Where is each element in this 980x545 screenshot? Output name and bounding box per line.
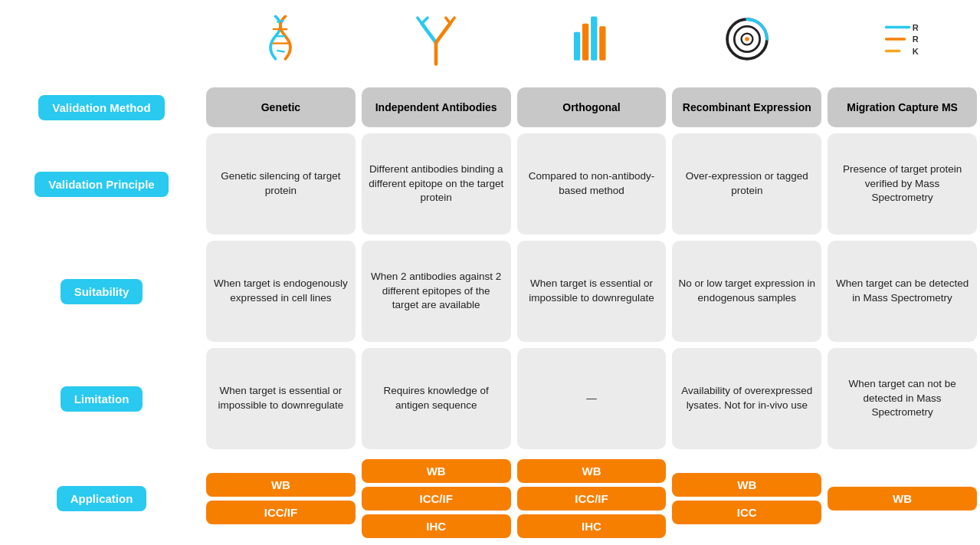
principle-cell-orthogonal: Compared to non-antibody-based method	[514, 130, 670, 238]
app-badge-independent-antibodies-iccif: ICC/IF	[362, 487, 511, 511]
limitation-cell-recombinant-expression: Availability of overexpressed lysates. N…	[669, 345, 824, 452]
principle-cell-migration-capture-ms: Presence of target protein verified by M…	[824, 130, 980, 238]
header-cells-row: GeneticIndependent AntibodiesOrthogonalR…	[203, 84, 980, 130]
app-badge-independent-antibodies-ihc: IHC	[362, 514, 511, 538]
bars-icon	[569, 11, 615, 67]
migration-icon: R R K	[880, 11, 926, 67]
svg-line-6	[422, 24, 437, 43]
target-icon	[722, 11, 772, 67]
suitability-row: When target is endogenously expressed in…	[203, 238, 980, 345]
label-limitation: Limitation	[0, 345, 203, 452]
app-badge-migration-capture-ms-wb: WB	[828, 487, 977, 511]
app-badge-recombinant-expression-wb: WB	[672, 473, 821, 497]
limitation-cell-genetic: When target is essential or impossible t…	[203, 345, 359, 452]
grid-body: GeneticIndependent AntibodiesOrthogonalR…	[203, 84, 980, 544]
header-cell-independent-antibodies: Independent Antibodies	[359, 84, 514, 130]
antibody-icon	[413, 11, 459, 67]
header-cell-migration-capture-ms: Migration Capture MS	[824, 84, 980, 130]
limitation-cell-migration-capture-ms: When target can not be detected in Mass …	[824, 345, 980, 452]
application-cell-genetic: WBICC/IF	[203, 452, 359, 544]
header-cell-genetic: Genetic	[203, 84, 359, 130]
main-container: Validation Method Validation Principle S…	[0, 0, 980, 545]
application-row: WBICC/IFWBICC/IFIHCWBICC/IFIHCWBICCWB	[203, 452, 980, 544]
genetic-icon-col	[203, 0, 359, 78]
application-cell-migration-capture-ms: WB	[824, 452, 980, 544]
suitability-cell-migration-capture-ms: When target can be detected in Mass Spec…	[824, 238, 980, 345]
app-badge-orthogonal-ihc: IHC	[517, 514, 667, 538]
principle-cell-independent-antibodies: Different antibodies binding a different…	[359, 130, 514, 238]
svg-point-19	[745, 37, 749, 41]
app-badge-recombinant-expression-icc: ICC	[672, 501, 821, 524]
principle-cell-recombinant-expression: Over-expression or tagged protein	[669, 130, 824, 238]
app-badge-orthogonal-wb: WB	[517, 459, 667, 483]
application-cell-recombinant-expression: WBICC	[669, 452, 824, 544]
label-validation-principle: Validation Principle	[0, 130, 203, 238]
bars-icon-col	[514, 0, 670, 78]
svg-text:R: R	[912, 34, 918, 44]
svg-rect-13	[582, 24, 588, 61]
svg-rect-12	[574, 32, 580, 61]
svg-rect-14	[591, 16, 597, 60]
labels-column: Validation Method Validation Principle S…	[0, 0, 203, 545]
app-badge-genetic-iccif: ICC/IF	[206, 501, 356, 524]
limitation-cell-orthogonal: —	[514, 345, 670, 452]
principle-row: Genetic silencing of target proteinDiffe…	[203, 130, 980, 238]
target-icon-col	[669, 0, 824, 78]
suitability-cell-orthogonal: When target is essential or impossible t…	[514, 238, 670, 345]
label-application: Application	[0, 452, 203, 544]
app-badge-independent-antibodies-wb: WB	[362, 459, 511, 483]
application-cell-orthogonal: WBICC/IFIHC	[514, 452, 670, 544]
label-suitability: Suitability	[0, 238, 203, 345]
principle-cell-genetic: Genetic silencing of target protein	[203, 130, 359, 238]
main-grid: R R K GeneticIndependent AntibodiesOrtho…	[203, 0, 980, 545]
limitation-cell-independent-antibodies: Requires knowledge of antigen sequence	[359, 345, 514, 452]
limitation-row: When target is essential or impossible t…	[203, 345, 980, 452]
suitability-cell-genetic: When target is endogenously expressed in…	[203, 238, 359, 345]
suitability-cell-recombinant-expression: No or low target expression in endogenou…	[669, 238, 824, 345]
header-cell-orthogonal: Orthogonal	[514, 84, 670, 130]
icon-row: R R K	[203, 0, 980, 84]
application-cell-independent-antibodies: WBICC/IFIHC	[359, 452, 514, 544]
migration-icon-col: R R K	[824, 0, 980, 78]
header-cell-recombinant-expression: Recombinant Expression	[669, 84, 824, 130]
svg-line-4	[277, 51, 285, 52]
svg-text:R: R	[912, 23, 918, 32]
dna-icon	[260, 11, 301, 67]
label-validation-method: Validation Method	[0, 84, 203, 130]
app-badge-genetic-wb: WB	[206, 473, 356, 497]
svg-text:K: K	[912, 47, 918, 56]
svg-line-11	[451, 18, 455, 23]
svg-line-7	[436, 24, 451, 43]
antibody-icon-col	[359, 0, 514, 78]
suitability-cell-independent-antibodies: When 2 antibodies against 2 different ep…	[359, 238, 514, 345]
svg-line-9	[422, 18, 428, 23]
app-badge-orthogonal-iccif: ICC/IF	[517, 487, 667, 511]
svg-rect-15	[599, 26, 605, 60]
